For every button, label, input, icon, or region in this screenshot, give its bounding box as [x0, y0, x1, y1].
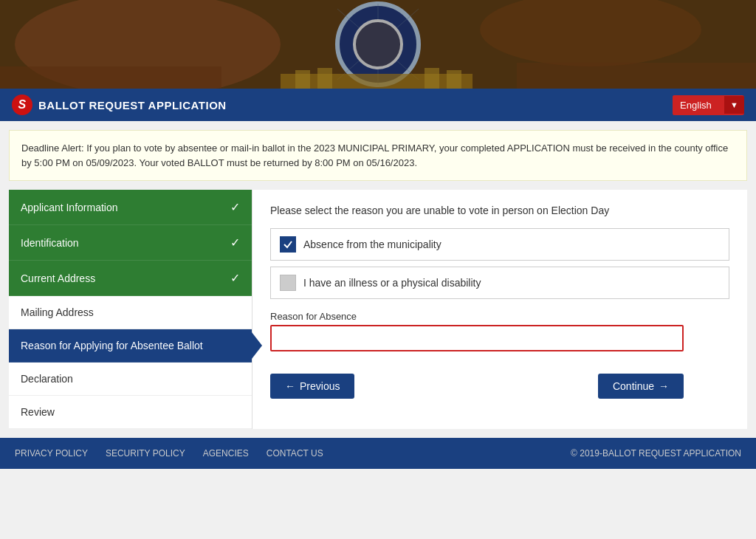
previous-label: Previous — [300, 380, 340, 392]
svg-rect-13 — [317, 68, 332, 89]
hero-image — [0, 0, 756, 89]
continue-button[interactable]: Continue → — [598, 374, 684, 399]
content-title: Please select the reason you are unable … — [270, 205, 729, 216]
language-dropdown-arrow: ▼ — [724, 96, 744, 114]
brand-icon: S — [12, 95, 32, 115]
footer-security-policy[interactable]: SECURITY POLICY — [106, 448, 185, 459]
sidebar-label-declaration: Declaration — [21, 373, 73, 385]
language-selector[interactable]: English Español Français ▼ — [673, 95, 744, 115]
svg-point-5 — [369, 35, 387, 53]
sidebar-item-identification[interactable]: Identification ✓ — [9, 225, 252, 261]
sidebar: Applicant Information ✓ Identification ✓… — [9, 190, 252, 429]
sidebar-item-applicant[interactable]: Applicant Information ✓ — [9, 190, 252, 225]
sidebar-label-identification: Identification — [21, 237, 79, 249]
sidebar-item-reason[interactable]: Reason for Applying for Absentee Ballot — [9, 329, 252, 363]
footer-copyright: © 2019-BALLOT REQUEST APPLICATION — [571, 448, 741, 459]
content-area: Please select the reason you are unable … — [252, 190, 747, 429]
previous-arrow: ← — [285, 380, 295, 392]
reason-label: Reason for Absence — [270, 311, 729, 322]
sidebar-item-declaration[interactable]: Declaration — [9, 363, 252, 396]
alert-text: Deadline Alert: If you plan to vote by a… — [21, 143, 728, 168]
continue-label: Continue — [613, 380, 654, 392]
sidebar-label-reason: Reason for Applying for Absentee Ballot — [21, 340, 203, 351]
sidebar-item-review[interactable]: Review — [9, 396, 252, 429]
svg-rect-12 — [295, 70, 310, 89]
footer-agencies[interactable]: AGENCIES — [203, 448, 249, 459]
checkbox-illness[interactable] — [280, 275, 296, 291]
option-illness[interactable]: I have an illness or a physical disabili… — [270, 267, 729, 299]
checkbox-absence[interactable] — [280, 236, 296, 253]
button-row: ← Previous Continue → — [270, 374, 684, 399]
svg-rect-9 — [0, 66, 221, 89]
sidebar-label-review: Review — [21, 406, 55, 418]
reason-field-group: Reason for Absence — [270, 311, 729, 351]
check-icon-identification: ✓ — [230, 236, 240, 250]
deadline-alert: Deadline Alert: If you plan to vote by a… — [9, 130, 747, 181]
main-container: Applicant Information ✓ Identification ✓… — [9, 190, 747, 429]
brand-title: BALLOT REQUEST APPLICATION — [38, 99, 227, 111]
footer-privacy-policy[interactable]: PRIVACY POLICY — [15, 448, 88, 459]
svg-point-4 — [356, 22, 400, 66]
reason-input[interactable] — [270, 325, 684, 351]
sidebar-label-mailing-address: Mailing Address — [21, 306, 94, 318]
footer: PRIVACY POLICY SECURITY POLICY AGENCIES … — [0, 438, 756, 469]
language-dropdown[interactable]: English Español Français — [673, 95, 724, 115]
sidebar-label-applicant: Applicant Information — [21, 202, 118, 213]
option-absence-label: Absence from the municipality — [303, 238, 441, 250]
option-illness-label: I have an illness or a physical disabili… — [303, 277, 481, 289]
sidebar-item-current-address[interactable]: Current Address ✓ — [9, 261, 252, 296]
sidebar-label-current-address: Current Address — [21, 272, 95, 284]
check-icon-current-address: ✓ — [230, 271, 240, 285]
continue-arrow: → — [659, 380, 669, 392]
svg-rect-15 — [447, 70, 461, 89]
brand: S BALLOT REQUEST APPLICATION — [12, 95, 227, 115]
footer-links: PRIVACY POLICY SECURITY POLICY AGENCIES … — [15, 448, 323, 459]
footer-contact-us[interactable]: CONTACT US — [267, 448, 323, 459]
check-icon-applicant: ✓ — [230, 200, 240, 214]
sidebar-item-mailing-address[interactable]: Mailing Address — [9, 296, 252, 329]
option-absence[interactable]: Absence from the municipality — [270, 228, 729, 261]
svg-rect-10 — [517, 63, 756, 89]
navbar: S BALLOT REQUEST APPLICATION English Esp… — [0, 89, 756, 121]
previous-button[interactable]: ← Previous — [270, 374, 354, 399]
svg-rect-14 — [425, 68, 439, 89]
